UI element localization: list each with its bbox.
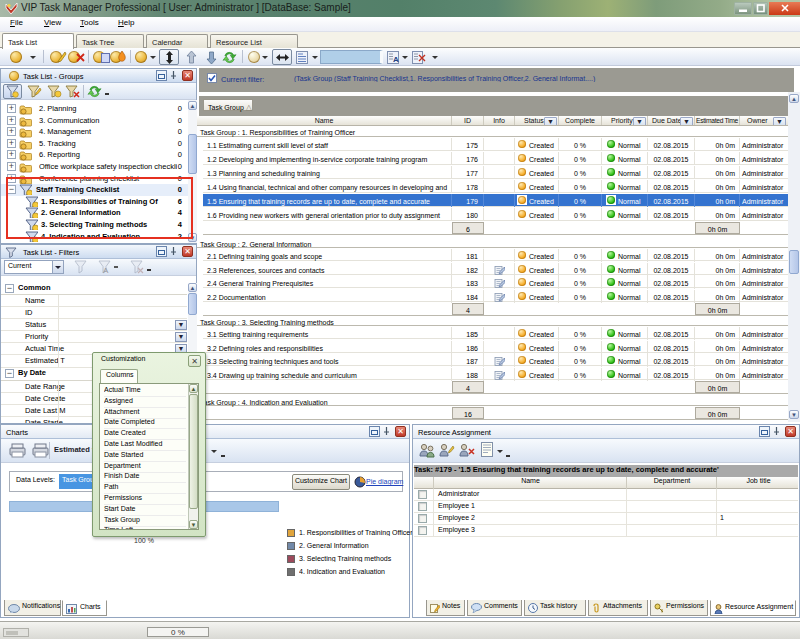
svg-text:A: A — [393, 55, 399, 64]
svg-text:A: A — [103, 266, 109, 274]
